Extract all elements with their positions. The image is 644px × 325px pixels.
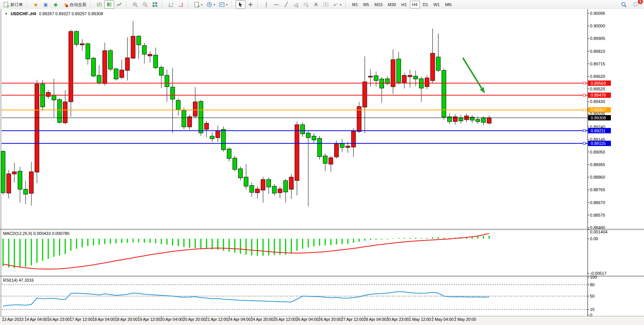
svg-text:0.89115: 0.89115 xyxy=(591,141,606,146)
timeframe-m5[interactable]: M5 xyxy=(361,1,371,8)
svg-text:26 Apr 04:00: 26 Apr 04:00 xyxy=(296,317,319,322)
svg-text:T: T xyxy=(325,3,327,6)
candlestick-button[interactable] xyxy=(104,0,114,9)
svg-text:2 May 20:00: 2 May 20:00 xyxy=(454,317,476,322)
svg-text:27 Apr 12:00: 27 Apr 12:00 xyxy=(341,317,364,322)
trendline-button[interactable]: ╱ xyxy=(281,0,291,9)
svg-text:2 May 04:00: 2 May 04:00 xyxy=(432,317,454,322)
chart-window-icon: ▣ xyxy=(43,2,49,8)
svg-text:16 Apr 23:00: 16 Apr 23:00 xyxy=(47,317,70,322)
ohlc-values: 0.89267 0.89327 0.89257 0.89308 xyxy=(39,11,103,16)
auto-trading-label: 自动交易 xyxy=(70,2,86,8)
svg-text:0.001404: 0.001404 xyxy=(590,230,607,234)
timeframe-h1[interactable]: H1 xyxy=(399,1,409,8)
horizontal-line-button[interactable]: — xyxy=(271,0,281,9)
svg-text:28 Apr 04:00: 28 Apr 04:00 xyxy=(363,317,386,322)
trendline-icon: ╱ xyxy=(283,2,289,8)
svg-text:0.89211: 0.89211 xyxy=(591,128,606,133)
fibonacci-icon: F xyxy=(303,2,309,8)
chart-shift-button[interactable] xyxy=(176,0,186,9)
timeframe-m15[interactable]: M15 xyxy=(372,1,385,8)
cursor-button[interactable] xyxy=(236,0,245,9)
svg-text:0.89240: 0.89240 xyxy=(590,125,605,129)
timeframe-mn[interactable]: MN xyxy=(443,1,454,8)
timeframe-m1[interactable]: M1 xyxy=(350,1,360,8)
chart-title: ▼ USDCHF-,H4 0.89267 0.89327 0.89257 0.8… xyxy=(5,11,103,16)
svg-text:17 Apr 12:00: 17 Apr 12:00 xyxy=(70,317,92,322)
fibonacci-button[interactable]: F xyxy=(301,0,311,9)
svg-text:80: 80 xyxy=(590,282,595,287)
svg-text:15: 15 xyxy=(590,307,595,312)
svg-text:25 Apr 12:00: 25 Apr 12:00 xyxy=(273,317,296,322)
horizontal-line-icon: — xyxy=(273,2,279,8)
line-chart-icon xyxy=(116,2,122,8)
timeframe-m30[interactable]: M30 xyxy=(386,1,398,8)
svg-text:14 Apr 04:00: 14 Apr 04:00 xyxy=(24,317,47,322)
channel-button[interactable]: E xyxy=(291,0,301,9)
svg-text:0.88670: 0.88670 xyxy=(590,200,605,205)
tile-windows-icon xyxy=(152,2,158,8)
tile-windows-button[interactable] xyxy=(150,0,160,9)
zoom-out-button[interactable] xyxy=(140,0,150,9)
crosshair-icon xyxy=(247,2,253,8)
svg-text:0.89145: 0.89145 xyxy=(590,137,605,142)
svg-text:0.90095: 0.90095 xyxy=(590,11,605,16)
text-label-button[interactable]: T xyxy=(321,0,331,9)
chat-button[interactable]: 1 xyxy=(631,0,641,9)
text-label-icon: T xyxy=(323,2,329,8)
svg-text:0.00: 0.00 xyxy=(590,236,598,241)
chart-area[interactable]: 0.895690.894780.893670.893080.892110.891… xyxy=(0,9,644,325)
svg-text:26 Apr 20:00: 26 Apr 20:00 xyxy=(319,317,341,322)
svg-text:21 Apr 12:00: 21 Apr 12:00 xyxy=(206,317,228,322)
candlestick-icon xyxy=(106,2,112,8)
svg-text:0.89569: 0.89569 xyxy=(591,81,606,86)
text-button[interactable]: A xyxy=(311,0,321,9)
svg-text:F: F xyxy=(307,5,308,8)
search-button[interactable] xyxy=(619,0,629,9)
timeframe-group: M1M5M15M30H1H4D1W1MN xyxy=(348,0,455,9)
bar-chart-button[interactable] xyxy=(94,0,104,9)
svg-text:19 Apr 12:00: 19 Apr 12:00 xyxy=(137,317,160,322)
svg-text:100: 100 xyxy=(590,275,597,279)
new-order-button[interactable]: + 新订单 xyxy=(1,0,25,9)
templates-icon xyxy=(219,2,225,8)
crosshair-button[interactable] xyxy=(245,0,255,9)
svg-text:0.88955: 0.88955 xyxy=(590,162,605,167)
indicators-button[interactable]: +▾ xyxy=(192,0,204,9)
svg-text:18 Apr 04:00: 18 Apr 04:00 xyxy=(92,317,115,322)
svg-text:30 Apr 23:00: 30 Apr 23:00 xyxy=(386,317,409,322)
style-button[interactable]: ◆ xyxy=(31,0,41,9)
svg-text:50: 50 xyxy=(590,294,595,298)
auto-trading-button[interactable]: ▼ 自动交易 xyxy=(61,0,88,9)
periods-button[interactable]: ▾ xyxy=(204,0,217,9)
notification-badge: 1 xyxy=(638,0,643,4)
text-icon: A xyxy=(313,2,319,8)
chevron-down-icon: ▼ xyxy=(5,12,8,16)
rsi-label: RSI(14) 47.3316 xyxy=(3,278,34,282)
svg-text:0.89050: 0.89050 xyxy=(590,150,605,154)
chart-window-button[interactable]: ▣ xyxy=(41,0,51,9)
chart-canvas[interactable]: 0.895690.894780.893670.893080.892110.891… xyxy=(0,9,644,325)
zoom-in-button[interactable] xyxy=(130,0,140,9)
svg-text:0.89905: 0.89905 xyxy=(590,36,605,41)
svg-text:18 Apr 20:00: 18 Apr 20:00 xyxy=(115,317,138,322)
svg-text:0.89335: 0.89335 xyxy=(590,112,605,116)
indicators-icon: + xyxy=(194,2,200,8)
timeframe-w1[interactable]: W1 xyxy=(431,1,442,8)
signal-button[interactable]: ◉ xyxy=(51,0,61,9)
arrows-button[interactable]: ▾ xyxy=(331,0,343,9)
svg-text:0.89367: 0.89367 xyxy=(591,108,606,112)
line-chart-button[interactable] xyxy=(114,0,124,9)
chart-shift-icon xyxy=(178,2,184,8)
svg-text:0: 0 xyxy=(590,313,592,317)
auto-scroll-button[interactable] xyxy=(166,0,176,9)
svg-text:13 Apr 2023: 13 Apr 2023 xyxy=(2,317,24,322)
svg-text:24 Apr 04:00: 24 Apr 04:00 xyxy=(228,317,251,322)
vertical-line-icon: │ xyxy=(263,2,269,8)
timeframe-d1[interactable]: D1 xyxy=(421,1,430,8)
svg-text:1 May 12:00: 1 May 12:00 xyxy=(409,317,431,322)
timeframe-h4[interactable]: H4 xyxy=(410,1,420,8)
bar-chart-icon xyxy=(96,2,102,8)
vertical-line-button[interactable]: │ xyxy=(261,0,271,9)
templates-button[interactable]: ▾ xyxy=(217,0,230,9)
